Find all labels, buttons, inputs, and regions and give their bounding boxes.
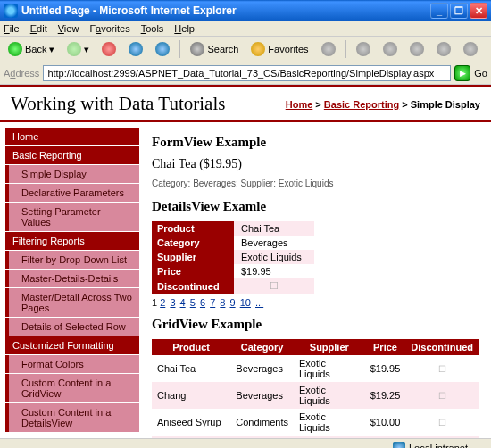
breadcrumb-current: Simple Display [411,99,480,110]
gridview-table: ProductCategorySupplierPriceDiscontinued… [152,339,479,438]
menu-edit[interactable]: Edit [30,23,47,34]
pager-current: 1 [152,297,157,308]
stop-icon [102,42,116,56]
dv-val: ☐ [234,278,314,294]
gv-supplier: New Orleans Cajun Delights [294,436,365,438]
gv-supplier: Exotic Liquids [294,409,365,436]
favorites-button[interactable]: Favorites [246,39,312,59]
menu-view[interactable]: View [58,23,79,34]
dv-key: Category [152,236,234,250]
pager-link[interactable]: 2 [160,297,165,308]
statusbar: Local intranet [0,438,491,448]
gv-category: Beverages [230,382,294,409]
gv-col-header: Category [230,339,294,355]
refresh-icon [129,42,143,56]
table-row: Chef Anton's Cajun SeasoningCondimentsNe… [152,436,479,438]
search-icon [190,42,204,56]
table-row: Aniseed SyrupCondimentsExotic Liquids$10… [152,409,479,436]
pager-link[interactable]: 4 [180,297,186,308]
dv-val: $19.95 [234,264,314,278]
menubar: File Edit View Favorites Tools Help [0,21,491,37]
edit-icon [410,42,424,56]
table-row: Chai TeaBeveragesExotic Liquids$19.95☐ [152,355,479,382]
address-label: Address [4,68,39,79]
close-button[interactable]: ✕ [470,3,487,19]
gv-supplier: Exotic Liquids [294,382,365,409]
security-zone: Local intranet [393,442,468,449]
nav-item[interactable]: Simple Display [5,165,139,183]
home-button[interactable] [151,39,174,59]
gv-col-header: Product [152,339,230,355]
gv-price: $10.00 [365,409,406,436]
edit-button[interactable] [405,39,429,59]
forward-button[interactable]: ▾ [62,39,94,59]
refresh-button[interactable] [124,39,147,59]
search-button[interactable]: Search [186,39,243,59]
nav-item[interactable]: Master-Details-Details [5,270,139,287]
content-area: Working with Data Tutorials Home > Basic… [0,85,491,438]
nav-item[interactable]: Setting Parameter Values [5,203,139,231]
nav-item[interactable]: Details of Selected Row [5,318,139,336]
breadcrumb-section[interactable]: Basic Reporting [324,99,399,110]
detailsview-row: Price$19.95 [152,264,314,278]
pager-link[interactable]: 5 [190,297,196,308]
gv-category: Beverages [230,355,294,382]
menu-help[interactable]: Help [174,23,195,34]
nav-header[interactable]: Basic Reporting [5,146,139,164]
nav-item[interactable]: Master/Detail Across Two Pages [5,288,139,317]
nav-item[interactable]: Declarative Parameters [5,184,139,202]
nav-header[interactable]: Filtering Reports [5,232,139,250]
pager-link[interactable]: 6 [200,297,205,308]
pager-link[interactable]: 9 [230,297,236,308]
pager-link[interactable]: 3 [170,297,175,308]
gv-product: Chang [152,382,230,409]
address-input[interactable] [43,65,451,81]
nav-header[interactable]: Home [5,128,139,145]
messenger-button[interactable] [459,39,482,59]
pager-link[interactable]: 7 [210,297,215,308]
print-button[interactable] [379,39,402,59]
zone-label: Local intranet [409,443,468,449]
detailsview-row: Discontinued☐ [152,278,314,294]
gv-col-header: Discontinued [405,339,479,355]
breadcrumb: Home > Basic Reporting > Simple Display [286,99,480,110]
formview-title: Chai Tea ($19.95) [152,157,479,171]
go-button[interactable]: ▶ [454,65,470,81]
mail-icon [356,42,370,56]
maximize-button[interactable]: ❐ [450,3,468,19]
discuss-button[interactable] [432,39,455,59]
gv-product: Aniseed Syrup [152,409,230,436]
nav-item[interactable]: Custom Content in a GridView [5,374,139,402]
minimize-button[interactable]: _ [430,3,448,19]
forward-icon [67,42,81,56]
separator [345,40,346,58]
breadcrumb-home[interactable]: Home [286,99,313,110]
menu-tools[interactable]: Tools [141,23,164,34]
gv-col-header: Supplier [294,339,365,355]
back-button[interactable]: Back ▾ [4,39,59,59]
nav-item[interactable]: Filter by Drop-Down List [5,251,139,269]
gv-discontinued: ☐ [405,436,479,438]
gv-col-header: Price [365,339,406,355]
pager-link[interactable]: 8 [220,297,225,308]
formview-heading: FormView Example [152,135,479,150]
dv-key: Supplier [152,250,234,264]
dv-key: Price [152,264,234,278]
mail-button[interactable] [352,39,375,59]
nav-header[interactable]: Customized Formatting [5,336,139,354]
menu-file[interactable]: File [4,23,20,34]
gv-price: $26.62 [365,436,406,438]
pager-link[interactable]: ... [255,297,263,308]
detailsview-row: CategoryBeverages [152,236,314,250]
nav-item[interactable]: Format Colors [5,355,139,373]
ie-icon [4,4,18,18]
nav-item[interactable]: Custom Content in a DetailsView [5,403,139,432]
history-button[interactable] [317,39,340,59]
pager-link[interactable]: 10 [240,297,251,308]
gv-price: $19.95 [365,355,406,382]
favorites-icon [251,42,265,56]
menu-favorites[interactable]: Favorites [89,23,129,34]
stop-button[interactable] [97,39,121,59]
window-title: Untitled Page - Microsoft Internet Explo… [21,4,430,17]
messenger-icon [463,42,478,56]
